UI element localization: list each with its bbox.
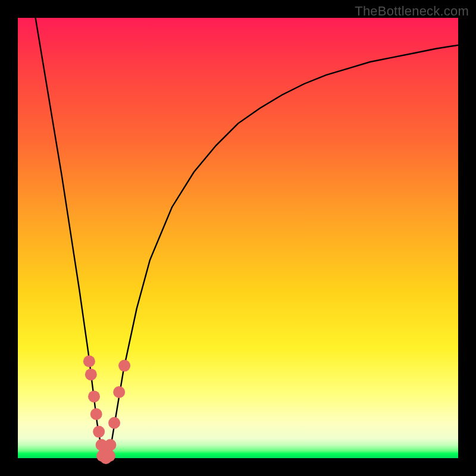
marker-dot (93, 426, 105, 438)
marker-dot (104, 439, 116, 451)
marker-dot (88, 390, 100, 402)
watermark-text: TheBottleneck.com (355, 4, 469, 19)
chart-frame: TheBottleneck.com (0, 0, 476, 476)
plot-area (18, 18, 458, 458)
marker-dot (108, 417, 120, 429)
marker-dot (113, 386, 125, 398)
marker-dot (85, 368, 97, 380)
marker-dot (118, 360, 130, 372)
marker-dot (104, 450, 115, 462)
marker-dot (90, 408, 102, 420)
marker-dot (83, 355, 95, 367)
curve-svg (18, 18, 458, 458)
bottleneck-curve (36, 18, 458, 458)
